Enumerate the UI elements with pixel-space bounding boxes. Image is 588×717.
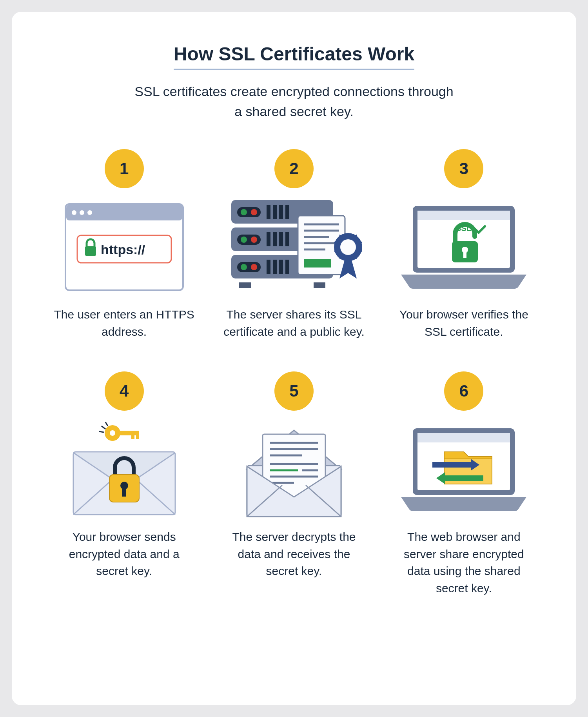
step-caption: Your browser sends encrypted data and a … xyxy=(54,528,195,580)
svg-point-4 xyxy=(87,210,92,215)
svg-point-13 xyxy=(241,209,247,215)
step-caption: The web browser and server share encrypt… xyxy=(393,528,534,597)
https-text: https:// xyxy=(101,242,145,257)
svg-line-54 xyxy=(102,426,105,429)
svg-point-50 xyxy=(110,430,115,436)
steps-grid: 1 https:// The user enters an HTTPS addr… xyxy=(47,149,541,597)
svg-point-16 xyxy=(241,237,247,243)
svg-rect-11 xyxy=(314,282,325,288)
step-3: 3 SSL Yo xyxy=(387,149,541,340)
svg-rect-73 xyxy=(417,433,510,442)
step-5: 5 xyxy=(217,371,371,597)
step-1: 1 https:// The user enters an HTTPS addr… xyxy=(47,149,201,340)
svg-rect-32 xyxy=(285,260,289,274)
svg-rect-53 xyxy=(136,435,139,439)
step-caption: The user enters an HTTPS address. xyxy=(54,306,195,340)
step-caption: Your browser verifies the SSL certificat… xyxy=(393,306,534,340)
step-badge: 6 xyxy=(444,371,483,411)
svg-rect-22 xyxy=(273,205,277,219)
svg-rect-26 xyxy=(273,232,277,246)
server-certificate-icon xyxy=(223,200,365,294)
svg-rect-76 xyxy=(444,475,483,481)
svg-rect-27 xyxy=(279,232,283,246)
subtitle: SSL certificates create encrypted connec… xyxy=(133,82,455,122)
svg-rect-30 xyxy=(273,260,277,274)
svg-line-55 xyxy=(99,431,104,432)
step-badge: 4 xyxy=(105,371,144,411)
svg-line-56 xyxy=(105,422,108,426)
svg-rect-44 xyxy=(417,211,510,220)
svg-point-19 xyxy=(241,264,247,270)
svg-rect-23 xyxy=(279,205,283,219)
svg-rect-31 xyxy=(279,260,283,274)
svg-rect-28 xyxy=(285,232,289,246)
step-caption: The server decrypts the data and receive… xyxy=(223,528,365,580)
svg-point-3 xyxy=(80,210,84,215)
laptop-ssl-lock-icon: SSL xyxy=(397,200,530,294)
title: How SSL Certificates Work xyxy=(174,43,414,70)
svg-point-17 xyxy=(251,237,257,243)
step-6: 6 xyxy=(387,371,541,597)
svg-rect-75 xyxy=(432,462,472,468)
step-2: 2 xyxy=(217,149,371,340)
step-badge: 3 xyxy=(444,149,483,188)
svg-rect-60 xyxy=(122,488,126,497)
svg-point-20 xyxy=(251,264,257,270)
step-badge: 5 xyxy=(274,371,314,411)
svg-rect-29 xyxy=(267,260,270,274)
browser-https-icon: https:// xyxy=(65,200,183,294)
infographic-card: How SSL Certificates Work SSL certificat… xyxy=(12,12,576,705)
svg-rect-52 xyxy=(131,435,134,439)
svg-rect-47 xyxy=(463,251,466,258)
svg-point-2 xyxy=(72,210,76,215)
header: How SSL Certificates Work SSL certificat… xyxy=(47,43,541,122)
envelope-lock-key-icon xyxy=(65,422,183,517)
envelope-document-icon xyxy=(235,422,353,517)
step-badge: 2 xyxy=(274,149,314,188)
svg-rect-24 xyxy=(285,205,289,219)
svg-text:SSL: SSL xyxy=(456,224,471,233)
step-badge: 1 xyxy=(105,149,144,188)
svg-rect-6 xyxy=(85,246,96,256)
svg-point-41 xyxy=(340,239,356,255)
laptop-folder-arrows-icon xyxy=(397,422,530,517)
svg-rect-25 xyxy=(267,232,270,246)
svg-point-14 xyxy=(251,209,257,215)
svg-rect-39 xyxy=(304,259,331,268)
step-caption: The server shares its SSL certificate an… xyxy=(223,306,365,340)
svg-rect-21 xyxy=(267,205,270,219)
svg-rect-10 xyxy=(239,282,251,288)
step-4: 4 xyxy=(47,371,201,597)
